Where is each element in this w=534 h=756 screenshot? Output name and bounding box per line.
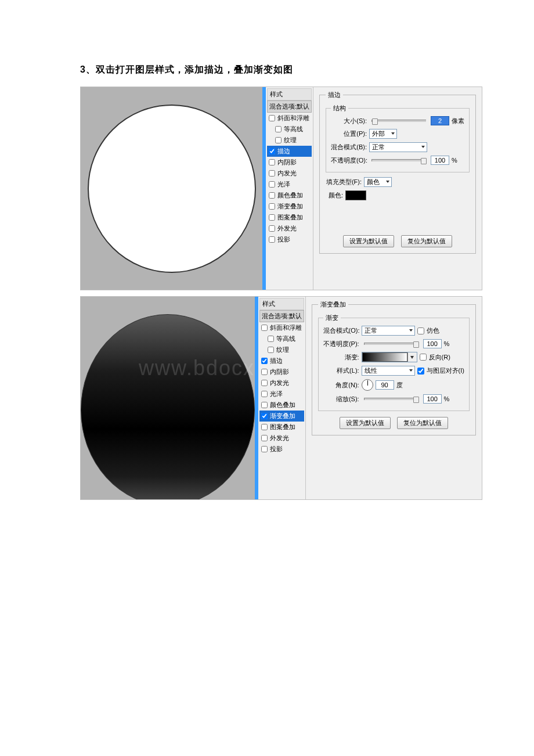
stroke-checkbox[interactable]	[261, 358, 268, 364]
preview-circle-white	[88, 105, 256, 273]
bevel-emboss-row[interactable]: 斜面和浮雕	[259, 322, 304, 333]
g-scale-unit: %	[444, 395, 450, 402]
color-overlay-label: 颜色叠加	[277, 191, 303, 200]
pattern-overlay-checkbox[interactable]	[261, 424, 268, 430]
g-scale-input[interactable]	[423, 394, 442, 404]
blending-options-row[interactable]: 混合选项:默认	[259, 310, 304, 322]
outer-glow-checkbox[interactable]	[261, 435, 268, 441]
gradient-overlay-checkbox[interactable]	[261, 413, 268, 419]
set-default-button[interactable]: 设置为默认值	[340, 417, 391, 429]
inner-glow-checkbox[interactable]	[261, 380, 268, 386]
fill-color-swatch[interactable]	[345, 190, 366, 200]
contour-row[interactable]: 等高线	[259, 333, 304, 344]
drop-shadow-checkbox[interactable]	[269, 236, 275, 243]
position-select[interactable]: 外部	[369, 129, 397, 139]
opacity-slider[interactable]	[371, 159, 426, 161]
g-opacity-input[interactable]	[423, 339, 442, 348]
g-style-select[interactable]: 线性	[362, 366, 415, 376]
g-scale-slider[interactable]	[364, 398, 418, 400]
dither-checkbox[interactable]	[417, 327, 424, 334]
satin-label: 光泽	[277, 180, 290, 189]
align-checkbox[interactable]	[417, 368, 424, 375]
pattern-overlay-checkbox[interactable]	[269, 214, 275, 221]
satin-checkbox[interactable]	[269, 181, 275, 188]
tutorial-heading: 3、双击打开图层样式，添加描边，叠加渐变如图	[80, 64, 534, 76]
opacity-row: 不透明度(O): %	[331, 156, 464, 165]
styles-list-panel: 样式 混合选项:默认 斜面和浮雕 等高线 纹理 描边 内阴影 内发光 光泽 颜色…	[266, 87, 313, 290]
size-input[interactable]	[431, 116, 449, 125]
gradient-overlay-label: 渐变叠加	[270, 412, 295, 420]
opacity-unit: %	[452, 157, 457, 164]
inner-glow-row[interactable]: 内发光	[259, 377, 304, 388]
position-row: 位置(P): 外部	[331, 129, 464, 139]
inner-shadow-checkbox[interactable]	[261, 369, 268, 375]
color-overlay-row[interactable]: 颜色叠加	[259, 399, 304, 411]
reset-default-button[interactable]: 复位为默认值	[397, 417, 448, 429]
gradient-overlay-row[interactable]: 渐变叠加	[267, 201, 312, 212]
color-overlay-row[interactable]: 颜色叠加	[267, 190, 312, 201]
bevel-checkbox[interactable]	[269, 115, 275, 121]
inner-shadow-row[interactable]: 内阴影	[267, 157, 312, 168]
stroke-checkbox[interactable]	[269, 148, 275, 154]
canvas-preview: www.bdocx.com	[81, 297, 255, 499]
satin-row[interactable]: 光泽	[259, 388, 304, 399]
inner-glow-checkbox[interactable]	[269, 170, 275, 177]
texture-row[interactable]: 纹理	[267, 135, 312, 146]
blend-select[interactable]: 正常	[369, 142, 427, 152]
drop-shadow-label: 投影	[270, 445, 283, 453]
drop-shadow-row[interactable]: 投影	[259, 444, 304, 455]
stroke-row[interactable]: 描边	[267, 146, 312, 157]
blend-label: 混合模式(B):	[331, 143, 367, 152]
stroke-row[interactable]: 描边	[259, 355, 304, 366]
color-overlay-checkbox[interactable]	[269, 192, 275, 199]
pattern-overlay-row[interactable]: 图案叠加	[267, 212, 312, 223]
contour-row[interactable]: 等高线	[267, 124, 312, 135]
inner-glow-row[interactable]: 内发光	[267, 168, 312, 179]
gradient-overlay-checkbox[interactable]	[269, 203, 275, 210]
opacity-label: 不透明度(O):	[331, 156, 367, 165]
outer-glow-checkbox[interactable]	[269, 225, 275, 232]
outer-glow-row[interactable]: 外发光	[259, 433, 304, 444]
blending-options-row[interactable]: 混合选项:默认	[267, 100, 312, 113]
g-blend-select[interactable]: 正常	[362, 326, 415, 336]
inner-shadow-checkbox[interactable]	[269, 159, 275, 165]
texture-row[interactable]: 纹理	[259, 344, 304, 355]
bevel-emboss-row[interactable]: 斜面和浮雕	[267, 113, 312, 124]
stroke-settings-panel: 描边 结构 大小(S): 像素 位置(P): 外部 混合模式(B): 正常	[313, 87, 482, 290]
gradient-dropdown-icon[interactable]	[407, 352, 417, 362]
set-default-button[interactable]: 设置为默认值	[343, 235, 394, 247]
bevel-checkbox[interactable]	[261, 325, 268, 331]
opacity-input[interactable]	[431, 156, 449, 165]
dither-label: 仿色	[427, 326, 439, 335]
reverse-checkbox[interactable]	[420, 354, 427, 361]
size-slider[interactable]	[371, 120, 426, 122]
texture-checkbox[interactable]	[268, 347, 274, 353]
gradient-overlay-row[interactable]: 渐变叠加	[259, 411, 304, 422]
contour-checkbox[interactable]	[275, 126, 282, 132]
gradient-sub-legend: 渐变	[323, 314, 341, 322]
fill-type-select[interactable]: 颜色	[364, 177, 392, 187]
color-overlay-checkbox[interactable]	[261, 402, 268, 408]
fill-type-label: 填充类型(F):	[326, 178, 362, 186]
g-opacity-slider[interactable]	[364, 343, 418, 345]
contour-label: 等高线	[276, 334, 295, 343]
outer-glow-row[interactable]: 外发光	[267, 223, 312, 234]
drop-shadow-row[interactable]: 投影	[267, 234, 312, 245]
inner-shadow-row[interactable]: 内阴影	[259, 366, 304, 377]
satin-checkbox[interactable]	[261, 391, 268, 397]
gradient-overlay-label: 渐变叠加	[277, 202, 303, 211]
texture-checkbox[interactable]	[275, 137, 282, 143]
angle-dial[interactable]	[362, 379, 373, 391]
g-opacity-label: 不透明度(P):	[323, 340, 359, 348]
g-angle-input[interactable]	[376, 380, 394, 390]
g-angle-unit: 度	[396, 381, 403, 390]
drop-shadow-checkbox[interactable]	[261, 446, 268, 452]
g-opacity-row: 不透明度(P): %	[323, 339, 464, 348]
gradient-picker[interactable]	[362, 352, 417, 362]
satin-row[interactable]: 光泽	[267, 179, 312, 190]
size-row: 大小(S): 像素	[331, 116, 464, 125]
contour-checkbox[interactable]	[268, 336, 274, 342]
reset-default-button[interactable]: 复位为默认值	[401, 235, 452, 247]
gradient-bar	[362, 352, 407, 362]
pattern-overlay-row[interactable]: 图案叠加	[259, 422, 304, 433]
